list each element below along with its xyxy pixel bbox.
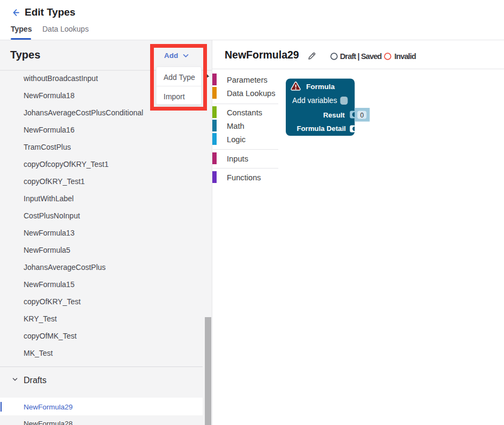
svg-text:0: 0 [360, 112, 364, 119]
svg-text:Formula: Formula [306, 83, 335, 91]
svg-text:Add variables: Add variables [292, 97, 337, 105]
svg-text:Result: Result [323, 111, 345, 119]
svg-text:Formula Detail: Formula Detail [297, 124, 346, 133]
